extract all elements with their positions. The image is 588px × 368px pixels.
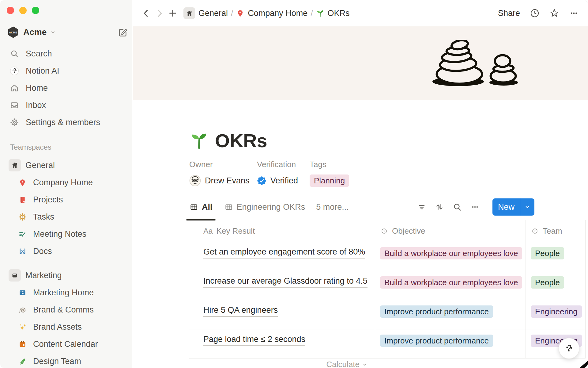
- sidebar-teamspace-marketing[interactable]: Marketing: [4, 267, 128, 284]
- text-property-icon: Aa: [203, 227, 213, 236]
- new-button[interactable]: New: [492, 198, 534, 216]
- team-pill[interactable]: People: [531, 247, 564, 259]
- key-result-link[interactable]: Get an employee engagement score of 80%: [203, 247, 365, 259]
- property-value[interactable]: Planning: [310, 174, 349, 187]
- sidebar-item-content-calendar[interactable]: Content Calendar: [4, 335, 128, 353]
- select-icon: [531, 227, 539, 235]
- sidebar-item-label: Settings & members: [26, 118, 100, 127]
- tab-all[interactable]: All: [186, 194, 216, 220]
- sidebar-item-label: Design Team: [33, 357, 81, 366]
- workspace-switcher[interactable]: ACME Acme: [7, 25, 128, 39]
- calculate-dropdown[interactable]: Calculate: [189, 358, 375, 368]
- column-header-label: Key Result: [217, 226, 255, 236]
- sidebar-item-brand-comms[interactable]: Brand & Comms: [4, 301, 128, 318]
- view-options-dots-icon[interactable]: [470, 202, 480, 212]
- property-value[interactable]: Verified: [257, 174, 310, 187]
- sidebar-item-label: Marketing Home: [33, 288, 94, 297]
- new-button-chevron-icon[interactable]: [520, 198, 534, 216]
- history-clock-icon[interactable]: [530, 8, 540, 18]
- sidebar-item-label: Notion AI: [26, 66, 59, 76]
- notion-window: ACME Acme SearchNotion AIHomeInboxSettin…: [0, 0, 588, 368]
- key-result-cell[interactable]: Page load time ≤ 2 seconds: [189, 329, 375, 358]
- key-result-link[interactable]: Hire 5 QA engineers: [203, 305, 278, 317]
- objective-pill[interactable]: Improve product performance: [380, 335, 493, 347]
- sidebar-item-search[interactable]: Search: [4, 45, 128, 62]
- notion-ai-button[interactable]: [559, 338, 579, 359]
- key-result-link[interactable]: Increase our average Glassdoor rating to…: [203, 276, 368, 288]
- table-footer: Calculate: [189, 358, 586, 368]
- teamspaces-section: Teamspaces GeneralCompany HomeProjectsTa…: [4, 143, 128, 368]
- forward-button[interactable]: [155, 8, 165, 18]
- column-header-objective[interactable]: Objective: [375, 220, 526, 242]
- objective-pill[interactable]: Improve product performance: [380, 305, 493, 318]
- key-result-cell[interactable]: Hire 5 QA engineers: [189, 300, 375, 329]
- property-value[interactable]: Drew Evans: [189, 174, 257, 187]
- sort-icon[interactable]: [435, 202, 444, 212]
- calculate-label: Calculate: [326, 360, 360, 368]
- sidebar-item-meeting-notes[interactable]: Meeting Notes: [4, 225, 128, 243]
- column-header-team[interactable]: Team: [526, 220, 586, 242]
- sidebar-item-projects[interactable]: Projects: [4, 191, 128, 208]
- add-page-button[interactable]: [168, 8, 178, 18]
- sidebar-item-brand-assets[interactable]: Brand Assets: [4, 318, 128, 335]
- team-cell[interactable]: Engineering: [526, 300, 586, 329]
- tab-engineering-okrs[interactable]: Engineering OKRs: [221, 194, 308, 220]
- favorite-star-icon[interactable]: [549, 8, 559, 18]
- minimize-window-button[interactable]: [19, 7, 27, 14]
- close-window-button[interactable]: [7, 7, 14, 14]
- sidebar-item-label: Home: [26, 83, 48, 93]
- back-button[interactable]: [141, 8, 151, 18]
- team-pill[interactable]: People: [531, 276, 564, 289]
- sidebar-item-design-team[interactable]: Design Team: [4, 353, 128, 368]
- breadcrumb-item[interactable]: Company Home: [234, 7, 309, 19]
- breadcrumb-item[interactable]: OKRs: [314, 7, 352, 19]
- sidebar-item-company-home[interactable]: Company Home: [4, 174, 128, 191]
- key-result-cell[interactable]: Get an employee engagement score of 80%: [189, 242, 375, 271]
- objective-cell[interactable]: Improve product performance: [375, 329, 526, 358]
- more-views-link[interactable]: 5 more...: [316, 202, 349, 212]
- calendar-icon: [18, 340, 27, 348]
- okr-table: AaKey ResultObjectiveTeam Get an employe…: [189, 220, 586, 368]
- sidebar-item-docs[interactable]: Docs: [4, 243, 128, 260]
- select-icon: [380, 227, 388, 235]
- sidebar-teamspace-general[interactable]: General: [4, 157, 128, 174]
- seedling-icon[interactable]: [189, 131, 209, 150]
- sidebar-item-notion-ai[interactable]: Notion AI: [4, 62, 128, 79]
- book-icon: [18, 196, 27, 204]
- share-button[interactable]: Share: [498, 9, 520, 18]
- column-header-key-result[interactable]: AaKey Result: [189, 220, 375, 242]
- more-options-icon[interactable]: [569, 8, 579, 18]
- objective-cell[interactable]: Build a workplace our employees love: [375, 271, 526, 300]
- page-title[interactable]: OKRs: [215, 130, 267, 151]
- sidebar-item-label: Brand Assets: [33, 322, 82, 332]
- team-cell[interactable]: People: [526, 242, 586, 271]
- column-header-label: Objective: [392, 226, 425, 236]
- sidebar-item-tasks[interactable]: Tasks: [4, 208, 128, 225]
- key-result-cell[interactable]: Increase our average Glassdoor rating to…: [189, 271, 375, 300]
- new-button-label[interactable]: New: [492, 198, 520, 216]
- notion-ai-icon: [10, 66, 19, 75]
- filter-icon[interactable]: [417, 202, 426, 212]
- page-cover[interactable]: [133, 26, 588, 100]
- pin-icon: [236, 9, 244, 17]
- sidebar-item-inbox[interactable]: Inbox: [4, 97, 128, 114]
- objective-cell[interactable]: Build a workplace our employees love: [375, 242, 526, 271]
- team-pill[interactable]: Engineering: [531, 305, 582, 318]
- sidebar-item-marketing-home[interactable]: Marketing Home: [4, 284, 128, 301]
- new-page-compose-icon[interactable]: [117, 27, 128, 37]
- sidebar-item-home[interactable]: Home: [4, 79, 128, 97]
- breadcrumb-item[interactable]: General: [182, 6, 230, 20]
- team-cell[interactable]: People: [526, 271, 586, 300]
- search-icon[interactable]: [453, 202, 462, 212]
- objective-pill[interactable]: Build a workplace our employees love: [380, 276, 522, 289]
- breadcrumb-separator: /: [231, 9, 233, 18]
- teamspaces-list: GeneralCompany HomeProjectsTasksMeeting …: [4, 157, 128, 368]
- objective-pill[interactable]: Build a workplace our employees love: [380, 247, 522, 259]
- window-controls: [7, 7, 39, 14]
- zoom-window-button[interactable]: [32, 7, 39, 14]
- key-result-link[interactable]: Page load time ≤ 2 seconds: [203, 335, 305, 346]
- objective-cell[interactable]: Improve product performance: [375, 300, 526, 329]
- teamspace-label: General: [25, 161, 55, 170]
- view-controls: New: [417, 198, 534, 216]
- sidebar-item-settings[interactable]: Settings & members: [4, 114, 128, 131]
